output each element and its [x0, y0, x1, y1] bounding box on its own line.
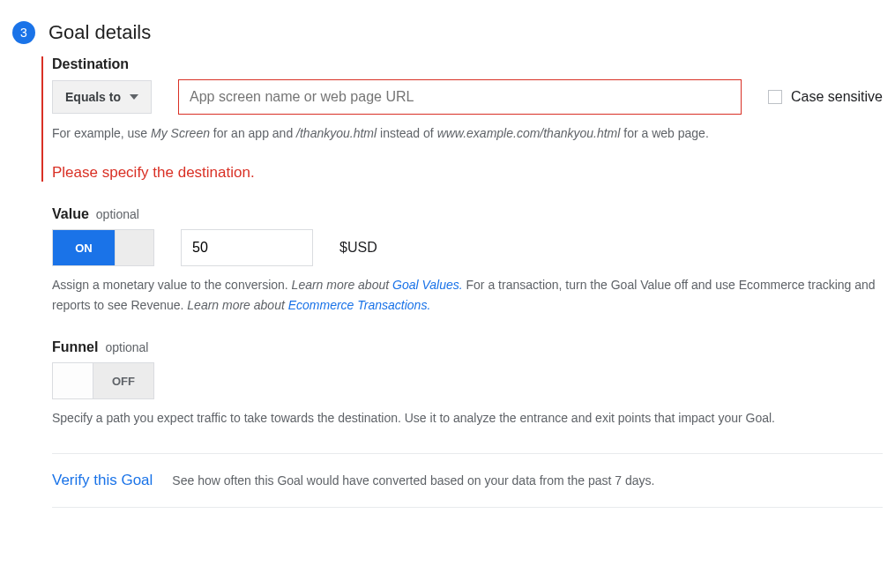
step-number-badge: 3 — [12, 21, 35, 44]
funnel-toggle[interactable]: OFF — [52, 362, 154, 399]
value-optional: optional — [96, 207, 139, 221]
step-title: Goal details — [48, 21, 151, 44]
funnel-row: OFF — [52, 362, 883, 399]
value-currency: $USD — [339, 240, 377, 256]
destination-title: Destination — [52, 56, 883, 72]
funnel-title-row: Funnel optional — [52, 339, 883, 355]
value-toggle-on: ON — [53, 230, 115, 265]
value-toggle[interactable]: ON — [52, 229, 154, 266]
value-helper: Assign a monetary value to the conversio… — [52, 275, 883, 315]
value-title: Value — [52, 206, 89, 222]
funnel-toggle-empty — [53, 363, 93, 398]
case-sensitive-wrap: Case sensitive — [768, 89, 883, 105]
destination-section: Destination Equals to Case sensitive For… — [41, 56, 883, 182]
funnel-toggle-off: OFF — [93, 363, 153, 398]
goal-details-content: Destination Equals to Case sensitive For… — [52, 56, 883, 508]
case-sensitive-label: Case sensitive — [791, 89, 883, 105]
value-amount-input[interactable] — [181, 229, 313, 266]
value-toggle-empty — [115, 230, 153, 265]
destination-error: Please specify the destination. — [52, 164, 883, 182]
value-title-row: Value optional — [52, 206, 883, 222]
verify-goal-link[interactable]: Verify this Goal — [52, 472, 153, 489]
destination-match-dropdown[interactable]: Equals to — [52, 80, 152, 114]
case-sensitive-checkbox[interactable] — [768, 90, 782, 104]
destination-helper: For example, use My Screen for an app an… — [52, 123, 883, 143]
chevron-down-icon — [130, 94, 138, 100]
funnel-title: Funnel — [52, 339, 98, 355]
verify-desc: See how often this Goal would have conve… — [172, 473, 654, 488]
value-row: ON $USD — [52, 229, 883, 266]
step-header: 3 Goal details — [12, 21, 883, 44]
funnel-optional: optional — [105, 340, 148, 354]
funnel-section: Funnel optional OFF Specify a path you e… — [52, 339, 883, 428]
goal-values-link[interactable]: Goal Values. — [392, 278, 463, 292]
ecommerce-transactions-link[interactable]: Ecommerce Transactions. — [288, 298, 431, 312]
destination-match-label: Equals to — [65, 90, 121, 104]
destination-url-input[interactable] — [178, 79, 742, 115]
funnel-helper: Specify a path you expect traffic to tak… — [52, 408, 883, 428]
verify-row: Verify this Goal See how often this Goal… — [52, 454, 883, 508]
value-section: Value optional ON $USD Assign a monetary… — [52, 206, 883, 315]
destination-row: Equals to Case sensitive — [52, 79, 883, 115]
